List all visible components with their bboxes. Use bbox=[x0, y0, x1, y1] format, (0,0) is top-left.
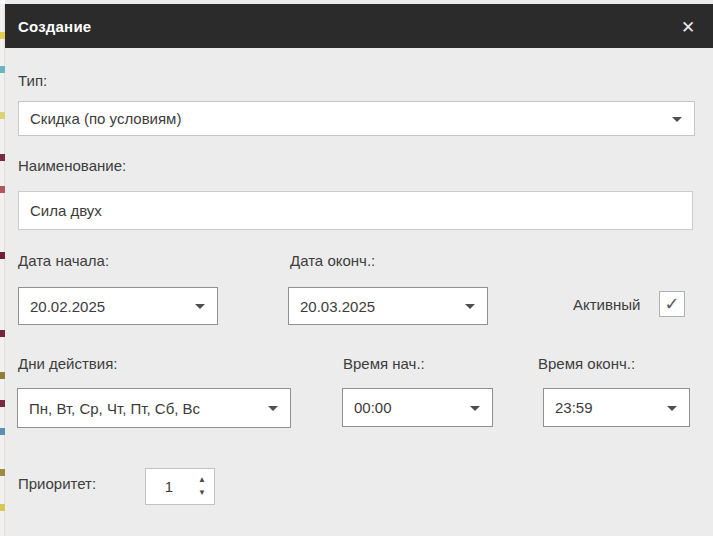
spin-up-button[interactable]: ▲ bbox=[198, 476, 206, 484]
date-end-label: Дата оконч.: bbox=[290, 252, 375, 269]
dialog-window: Создание ✕ Тип: Скидка (по условиям) Наи… bbox=[5, 0, 713, 536]
type-value: Скидка (по условиям) bbox=[19, 110, 181, 127]
spin-up-icon: ▲ bbox=[198, 476, 206, 484]
active-label: Активный bbox=[573, 296, 640, 313]
priority-value: 1 bbox=[146, 469, 192, 504]
dialog-title: Создание bbox=[5, 18, 91, 35]
screen: Создание ✕ Тип: Скидка (по условиям) Наи… bbox=[0, 0, 713, 536]
chevron-down-icon bbox=[667, 406, 677, 411]
chevron-down-icon bbox=[465, 304, 475, 309]
time-end-label: Время оконч.: bbox=[538, 355, 635, 372]
spin-down-icon: ▼ bbox=[198, 489, 206, 497]
days-label: Дни действия: bbox=[18, 355, 117, 372]
date-end-combobox[interactable]: 20.03.2025 bbox=[288, 287, 488, 325]
days-value: Пн, Вт, Ср, Чт, Пт, Сб, Вс bbox=[18, 400, 200, 417]
spin-down-button[interactable]: ▼ bbox=[198, 489, 206, 497]
chevron-down-icon bbox=[195, 304, 205, 309]
date-start-label: Дата начала: bbox=[18, 252, 109, 269]
name-input[interactable] bbox=[18, 191, 693, 230]
time-end-value: 23:59 bbox=[544, 399, 593, 416]
active-checkbox[interactable]: ✓ bbox=[659, 291, 685, 317]
date-end-value: 20.03.2025 bbox=[289, 298, 375, 315]
check-icon: ✓ bbox=[664, 295, 679, 313]
date-start-value: 20.02.2025 bbox=[19, 298, 105, 315]
type-combobox[interactable]: Скидка (по условиям) bbox=[18, 101, 695, 136]
chevron-down-icon bbox=[268, 406, 278, 411]
chevron-down-icon bbox=[470, 406, 480, 411]
priority-spinner[interactable]: 1 ▲ ▼ bbox=[145, 468, 215, 505]
close-icon: ✕ bbox=[681, 17, 695, 38]
time-end-combobox[interactable]: 23:59 bbox=[543, 388, 690, 427]
date-start-combobox[interactable]: 20.02.2025 bbox=[18, 287, 218, 325]
days-combobox[interactable]: Пн, Вт, Ср, Чт, Пт, Сб, Вс bbox=[17, 388, 291, 428]
name-label: Наименование: bbox=[18, 157, 126, 174]
time-start-value: 00:00 bbox=[343, 399, 392, 416]
chevron-down-icon bbox=[672, 117, 682, 122]
time-start-combobox[interactable]: 00:00 bbox=[342, 388, 493, 427]
time-start-label: Время нач.: bbox=[343, 355, 425, 372]
close-button[interactable]: ✕ bbox=[673, 14, 703, 40]
type-label: Тип: bbox=[18, 72, 47, 89]
spinner-buttons: ▲ ▼ bbox=[196, 469, 208, 504]
title-bar: Создание ✕ bbox=[5, 4, 713, 48]
priority-label: Приоритет: bbox=[18, 475, 96, 492]
